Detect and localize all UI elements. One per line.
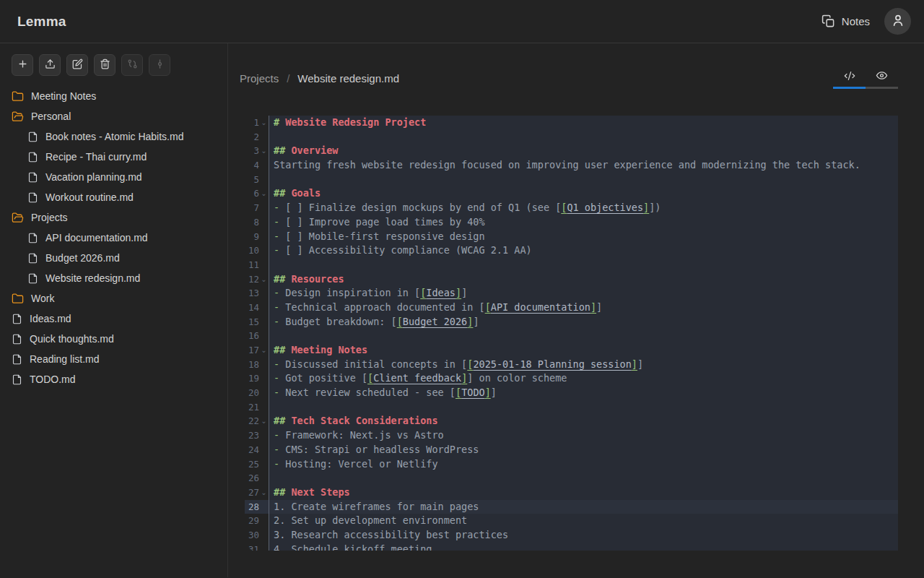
code-line-content: ## Overview <box>269 144 898 158</box>
line-number: 20 <box>245 386 259 400</box>
notes-button-label: Notes <box>842 15 870 27</box>
editor-line-26[interactable]: 26 <box>245 471 898 486</box>
tree-file-todo-md[interactable]: TODO.md <box>0 369 227 389</box>
tree-folder-meeting-notes[interactable]: Meeting Notes <box>0 86 227 106</box>
editor-line-8[interactable]: 8- [ ] Improve page load times by 40% <box>245 215 898 230</box>
fold-chevron-icon[interactable]: ⌄ <box>259 343 269 358</box>
fold-chevron-icon[interactable]: ⌄ <box>259 116 269 130</box>
tree-file-reading-list-md[interactable]: Reading list.md <box>0 349 227 369</box>
main-header: Projects / Website redesign.md <box>240 67 898 89</box>
code-line-content: - Technical approach documented in [[API… <box>269 301 898 315</box>
fold-chevron-icon[interactable]: ⌄ <box>259 486 269 500</box>
editor-line-3[interactable]: 3⌄## Overview <box>245 144 898 158</box>
fold-gutter <box>259 386 269 400</box>
editor-line-12[interactable]: 12⌄## Resources <box>245 272 898 287</box>
tree-file-recipe-thai-curry-md[interactable]: Recipe - Thai curry.md <box>0 147 227 167</box>
markdown-editor[interactable]: 1⌄# Website Redesign Project23⌄## Overvi… <box>245 116 898 551</box>
editor-line-6[interactable]: 6⌄## Goals <box>245 186 898 201</box>
editor-line-20[interactable]: 20- Next review scheduled - see [[TODO]] <box>245 386 898 400</box>
tab-editor[interactable] <box>833 67 866 89</box>
editor-line-24[interactable]: 24- CMS: Strapi or headless WordPress <box>245 443 898 457</box>
editor-line-23[interactable]: 23- Framework: Next.js vs Astro <box>245 428 898 443</box>
editor-line-30[interactable]: 303. Research accessibility best practic… <box>245 528 898 543</box>
new-note-button[interactable] <box>12 54 33 76</box>
editor-line-31[interactable]: 314. Schedule kickoff meeting <box>245 543 898 551</box>
tree-file-ideas-md[interactable]: Ideas.md <box>0 309 227 329</box>
fold-gutter <box>259 315 269 329</box>
tree-file-website-redesign-md[interactable]: Website redesign.md <box>0 268 227 288</box>
fold-gutter <box>259 201 269 215</box>
sidebar-toolbar <box>0 54 227 76</box>
upload-button[interactable] <box>39 54 61 76</box>
fold-gutter <box>259 130 269 144</box>
editor-line-28[interactable]: 281. Create wireframes for main pages <box>245 500 898 514</box>
tree-item-label: Website redesign.md <box>45 272 140 284</box>
editor-line-13[interactable]: 13- Design inspiration in [[Ideas]] <box>245 286 898 301</box>
breadcrumb-parent[interactable]: Projects <box>240 72 279 85</box>
line-number: 6 <box>245 186 259 201</box>
code-line-content: ## Meeting Notes <box>269 343 898 358</box>
code-line-content <box>269 329 898 343</box>
edit-pencil-icon <box>72 59 83 72</box>
tree-file-quick-thoughts-md[interactable]: Quick thoughts.md <box>0 329 227 349</box>
line-number: 1 <box>245 116 259 130</box>
upload-icon <box>45 59 56 72</box>
line-number: 22 <box>245 414 259 428</box>
delete-button[interactable] <box>94 54 116 76</box>
editor-line-22[interactable]: 22⌄## Tech Stack Considerations <box>245 414 898 428</box>
rename-button[interactable] <box>66 54 88 76</box>
fold-chevron-icon[interactable]: ⌄ <box>259 272 269 287</box>
user-avatar-button[interactable] <box>884 8 911 35</box>
topbar: Lemma Notes <box>0 0 924 43</box>
line-number: 10 <box>245 243 259 258</box>
code-line-content: ## Next Steps <box>269 486 898 500</box>
editor-line-16[interactable]: 16 <box>245 329 898 343</box>
editor-line-7[interactable]: 7- [ ] Finalize design mockups by end of… <box>245 201 898 215</box>
editor-line-4[interactable]: 4Starting fresh website redesign focused… <box>245 158 898 173</box>
code-line-content: ## Tech Stack Considerations <box>269 414 898 428</box>
breadcrumb-current: Website redesign.md <box>297 72 399 85</box>
tree-file-vacation-planning-md[interactable]: Vacation planning.md <box>0 167 227 187</box>
tree-folder-projects[interactable]: Projects <box>0 207 227 228</box>
editor-line-17[interactable]: 17⌄## Meeting Notes <box>245 343 898 358</box>
fold-chevron-icon[interactable]: ⌄ <box>259 186 269 201</box>
editor-line-2[interactable]: 2 <box>245 130 898 144</box>
fold-gutter <box>259 500 269 514</box>
editor-line-5[interactable]: 5 <box>245 173 898 187</box>
line-number: 8 <box>245 215 259 230</box>
editor-line-9[interactable]: 9- [ ] Mobile-first responsive design <box>245 230 898 244</box>
tree-file-workout-routine-md[interactable]: Workout routine.md <box>0 187 227 207</box>
tab-preview[interactable] <box>866 67 898 89</box>
main-panel: Projects / Website redesign.md 1⌄# Websi… <box>228 43 924 577</box>
folder-open-icon <box>12 212 24 224</box>
editor-line-15[interactable]: 15- Budget breakdown: [[Budget 2026]] <box>245 315 898 329</box>
tree-file-budget-2026-md[interactable]: Budget 2026.md <box>0 248 227 268</box>
editor-line-19[interactable]: 19- Got positive [[Client feedback]] on … <box>245 371 898 386</box>
line-number: 27 <box>245 486 259 500</box>
code-line-content: - [ ] Finalize design mockups by end of … <box>269 201 898 215</box>
file-icon <box>12 334 22 345</box>
editor-line-14[interactable]: 14- Technical approach documented in [[A… <box>245 301 898 315</box>
file-icon <box>27 152 38 163</box>
tree-folder-work[interactable]: Work <box>0 288 227 309</box>
fold-chevron-icon[interactable]: ⌄ <box>259 144 269 158</box>
editor-line-29[interactable]: 292. Set up development environment <box>245 514 898 528</box>
editor-line-21[interactable]: 21 <box>245 400 898 415</box>
fold-gutter <box>259 173 269 187</box>
editor-line-10[interactable]: 10- [ ] Accessibility compliance (WCAG 2… <box>245 243 898 258</box>
tree-file-api-documentation-md[interactable]: API documentation.md <box>0 228 227 248</box>
code-line-content: - [ ] Accessibility compliance (WCAG 2.1… <box>269 243 898 258</box>
fold-chevron-icon[interactable]: ⌄ <box>259 414 269 428</box>
editor-line-11[interactable]: 11 <box>245 258 898 272</box>
editor-line-1[interactable]: 1⌄# Website Redesign Project <box>245 116 898 130</box>
tree-folder-personal[interactable]: Personal <box>0 106 227 126</box>
tree-file-book-notes-atomic-habits-md[interactable]: Book notes - Atomic Habits.md <box>0 126 227 147</box>
line-number: 29 <box>245 514 259 528</box>
editor-line-25[interactable]: 25- Hosting: Vercel or Netlify <box>245 457 898 472</box>
code-line-content <box>269 130 898 144</box>
editor-line-27[interactable]: 27⌄## Next Steps <box>245 486 898 500</box>
tree-item-label: Vacation planning.md <box>45 171 142 183</box>
editor-line-18[interactable]: 18- Discussed initial concepts in [[2025… <box>245 358 898 372</box>
git-commit-icon <box>154 59 165 72</box>
notes-button[interactable]: Notes <box>821 14 870 28</box>
